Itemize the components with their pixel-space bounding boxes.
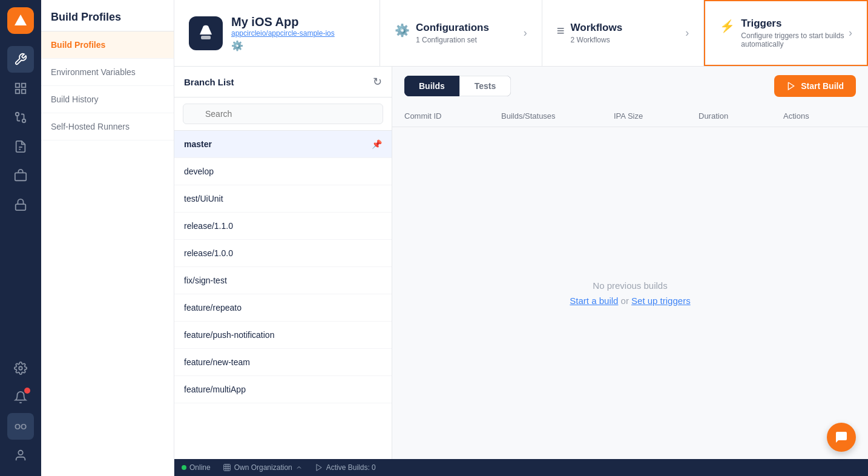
- app-logo[interactable]: [7, 7, 34, 34]
- svg-rect-1: [22, 84, 25, 87]
- sidebar-icon-store[interactable]: [7, 162, 34, 189]
- status-org[interactable]: Own Organization: [223, 463, 303, 472]
- online-label: Online: [189, 463, 211, 472]
- sidebar-icon-pipeline[interactable]: [7, 104, 34, 131]
- workflows-sub: 2 Workflows: [571, 36, 623, 44]
- branch-search-container: 🔍: [174, 98, 392, 131]
- header-tab-triggers-content: ⚡ Triggers Configure triggers to start b…: [720, 18, 849, 48]
- org-label: Own Organization: [234, 463, 292, 472]
- start-a-build-link[interactable]: Start a build: [570, 296, 618, 306]
- org-chevron-icon: [295, 464, 303, 471]
- ios-app-badge: ⚙️: [231, 40, 335, 51]
- svg-rect-2: [16, 90, 19, 93]
- builds-empty-cta: Start a build or Set up triggers: [570, 296, 690, 306]
- branch-name-feature-repeato: feature/repeato: [184, 303, 242, 312]
- triggers-sub: Configure triggers to start builds autom…: [741, 31, 849, 48]
- online-dot: [182, 465, 186, 470]
- builds-panel: Builds Tests Start Build Commit ID Build…: [392, 67, 868, 459]
- header-tab-workflows[interactable]: ≡ Workflows 2 Workflows ›: [542, 0, 705, 66]
- header-tab-workflows-content: ≡ Workflows 2 Workflows: [557, 22, 622, 44]
- branch-item-test-uiunit[interactable]: test/UiUnit: [174, 185, 392, 213]
- configurations-sub: 1 Configuration set: [416, 36, 489, 44]
- sidebar-icon-avatar[interactable]: OO: [7, 413, 34, 440]
- branch-name-fix-sign: fix/sign-test: [184, 276, 227, 285]
- empty-cta-sep: or: [621, 296, 629, 306]
- svg-rect-0: [16, 84, 19, 87]
- branch-header: Branch List ↻: [174, 67, 392, 98]
- left-panel-title: Build Profiles: [41, 0, 174, 31]
- branch-name-release-110: release/1.1.0: [184, 221, 233, 231]
- sidebar-icon-user[interactable]: [7, 442, 34, 469]
- chat-fab-button[interactable]: [827, 423, 856, 452]
- sidebar-icon-env[interactable]: [7, 75, 34, 102]
- refresh-icon[interactable]: ↻: [373, 75, 382, 88]
- col-duration: Duration: [699, 111, 783, 121]
- col-actions: Actions: [783, 111, 856, 121]
- sidebar-icon-signing[interactable]: [7, 191, 34, 218]
- branch-item-feature-multiapp[interactable]: feature/multiApp: [174, 376, 392, 403]
- nav-item-build-history[interactable]: Build History: [41, 86, 174, 113]
- branch-item-fix-sign[interactable]: fix/sign-test: [174, 267, 392, 294]
- builds-empty-message: No previous builds: [593, 280, 667, 291]
- svg-rect-3: [22, 90, 25, 93]
- app-header: My iOS App appcircleio/appcircle-sample-…: [174, 0, 868, 67]
- left-panel: Build Profiles Build Profiles Environmen…: [41, 0, 174, 476]
- nav-item-build-profiles[interactable]: Build Profiles: [41, 31, 174, 59]
- header-tab-configurations[interactable]: ⚙️ Configurations 1 Configuration set ›: [380, 0, 542, 66]
- branch-item-master[interactable]: master 📌: [174, 131, 392, 158]
- nav-item-self-hosted-runners[interactable]: Self-Hosted Runners: [41, 113, 174, 140]
- nav-item-environment-variables[interactable]: Environment Variables: [41, 59, 174, 86]
- builds-icon: [315, 463, 323, 472]
- builds-toolbar: Builds Tests Start Build: [392, 67, 868, 105]
- content-area: Branch List ↻ 🔍 master 📌 develop test/: [174, 67, 868, 459]
- svg-rect-9: [16, 204, 26, 210]
- ios-app-url[interactable]: appcircleio/appcircle-sample-ios: [231, 29, 335, 38]
- header-tab-triggers[interactable]: ⚡ Triggers Configure triggers to start b…: [704, 0, 868, 66]
- status-online: Online: [182, 463, 211, 472]
- col-ipa-size: IPA Size: [614, 111, 699, 121]
- branch-search-input[interactable]: [183, 104, 383, 124]
- builds-tab-group: Builds Tests: [404, 76, 511, 96]
- main-content: My iOS App appcircleio/appcircle-sample-…: [174, 0, 868, 476]
- branch-name-feature-multiapp: feature/multiApp: [184, 385, 246, 394]
- branch-name-test-uiunit: test/UiUnit: [184, 194, 223, 203]
- search-wrap: 🔍: [183, 104, 383, 124]
- branch-name-release-100: release/1.0.0: [184, 248, 233, 258]
- branch-panel: Branch List ↻ 🔍 master 📌 develop test/: [174, 67, 392, 459]
- sidebar-icon-notifications[interactable]: [7, 384, 34, 411]
- branch-name-feature-push: feature/push-notification: [184, 330, 274, 340]
- branch-item-feature-push[interactable]: feature/push-notification: [174, 322, 392, 349]
- builds-table-header: Commit ID Builds/Statuses IPA Size Durat…: [392, 105, 868, 127]
- branch-list-title: Branch List: [184, 77, 234, 87]
- sidebar-icon-test[interactable]: [7, 133, 34, 160]
- app-info: My iOS App appcircleio/appcircle-sample-…: [174, 0, 380, 66]
- branch-item-feature-repeato[interactable]: feature/repeato: [174, 294, 392, 322]
- branch-name-master: master: [184, 139, 212, 149]
- sidebar: OO: [0, 0, 41, 476]
- app-details: My iOS App appcircleio/appcircle-sample-…: [231, 15, 335, 51]
- branch-item-feature-new-team[interactable]: feature/new-team: [174, 349, 392, 376]
- tab-tests[interactable]: Tests: [459, 76, 511, 96]
- tab-builds[interactable]: Builds: [404, 76, 459, 96]
- workflows-icon: ≡: [557, 23, 565, 39]
- header-tab-configurations-content: ⚙️ Configurations 1 Configuration set: [395, 22, 489, 44]
- branch-name-develop: develop: [184, 167, 214, 176]
- sidebar-icon-build[interactable]: [7, 46, 34, 73]
- builds-empty-state: No previous builds Start a build or Set …: [392, 127, 868, 459]
- sidebar-icon-integrations[interactable]: [7, 355, 34, 382]
- triggers-icon: ⚡: [720, 19, 735, 33]
- set-up-triggers-link[interactable]: Set up triggers: [631, 296, 691, 306]
- status-active-builds: Active Builds: 0: [315, 463, 376, 472]
- svg-point-4: [22, 119, 26, 123]
- svg-point-5: [16, 113, 19, 116]
- active-builds-label: Active Builds: 0: [326, 463, 376, 472]
- configurations-arrow: ›: [524, 27, 527, 39]
- start-build-button[interactable]: Start Build: [774, 75, 856, 97]
- branch-item-release-100[interactable]: release/1.0.0: [174, 240, 392, 267]
- col-commit-id: Commit ID: [404, 111, 501, 121]
- branch-item-release-110[interactable]: release/1.1.0: [174, 213, 392, 240]
- app-icon: [189, 16, 223, 50]
- branch-item-develop[interactable]: develop: [174, 158, 392, 185]
- pin-icon: 📌: [372, 139, 382, 149]
- workflows-arrow: ›: [685, 27, 689, 39]
